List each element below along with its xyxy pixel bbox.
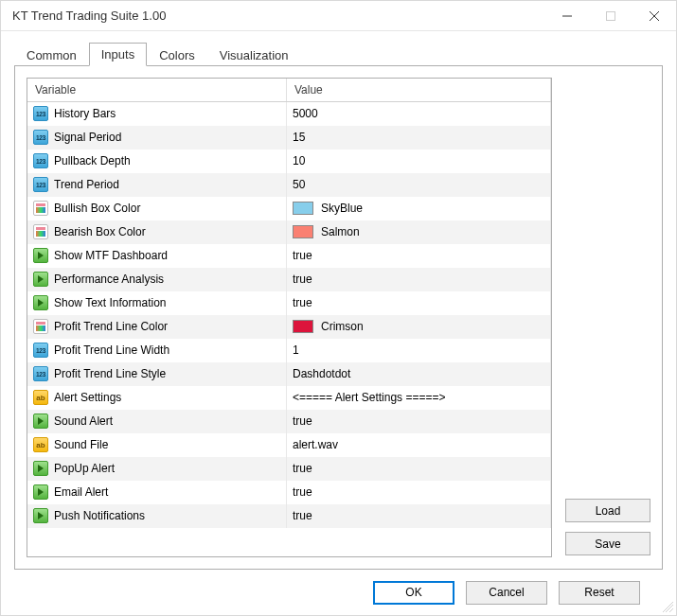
color-swatch [293, 320, 313, 333]
tab-inputs[interactable]: Inputs [89, 43, 147, 66]
input-row[interactable]: History Bars5000 [27, 102, 551, 126]
save-button[interactable]: Save [565, 532, 650, 555]
color-swatch [293, 202, 313, 215]
input-row[interactable]: Bullish Box ColorSkyBlue [27, 197, 551, 220]
value-cell[interactable]: Salmon [321, 225, 360, 238]
bool-type-icon [33, 295, 48, 310]
reset-button[interactable]: Reset [559, 581, 640, 605]
variable-name: Bearish Box Color [54, 225, 146, 238]
inputs-table: Variable Value History Bars5000Signal Pe… [27, 78, 552, 557]
value-cell[interactable]: true [293, 249, 312, 262]
side-buttons: Load Save [565, 78, 650, 557]
bool-type-icon [33, 272, 48, 287]
variable-name: PopUp Alert [54, 462, 115, 475]
value-cell[interactable]: Dashdotdot [293, 367, 350, 380]
value-cell[interactable]: true [293, 462, 312, 475]
value-cell[interactable]: 15 [293, 131, 305, 144]
input-row[interactable]: PopUp Alerttrue [27, 457, 551, 481]
svg-rect-1 [607, 11, 615, 20]
titlebar: KT Trend Trading Suite 1.00 [1, 1, 676, 31]
input-row[interactable]: Push Notificationstrue [27, 504, 551, 528]
value-cell[interactable]: 5000 [293, 107, 318, 120]
input-row[interactable]: Bearish Box ColorSalmon [27, 220, 551, 244]
value-cell[interactable]: true [293, 509, 312, 522]
tab-visualization[interactable]: Visualization [207, 44, 301, 66]
value-cell[interactable]: Crimson [321, 320, 364, 333]
number-type-icon [33, 177, 48, 192]
maximize-button [589, 1, 632, 30]
close-button[interactable] [632, 1, 676, 30]
value-cell[interactable]: 50 [293, 178, 305, 191]
color-type-icon [33, 224, 48, 239]
dialog-footer: OK Cancel Reset [14, 570, 663, 615]
bool-type-icon [33, 484, 48, 500]
input-row[interactable]: Pullback Depth10 [27, 150, 551, 173]
string-type-icon [33, 437, 48, 452]
column-header-variable[interactable]: Variable [27, 79, 286, 102]
variable-name: Alert Settings [54, 391, 121, 404]
input-row[interactable]: Sound Filealert.wav [27, 433, 551, 457]
input-row[interactable]: Show MTF Dashboardtrue [27, 244, 551, 268]
tab-common[interactable]: Common [14, 44, 89, 66]
tab-pane-inputs: Variable Value History Bars5000Signal Pe… [14, 65, 663, 570]
variable-name: Push Notifications [54, 509, 145, 522]
input-row[interactable]: Trend Period50 [27, 173, 551, 197]
bool-type-icon [33, 508, 48, 523]
number-type-icon [33, 366, 48, 381]
number-type-icon [33, 153, 48, 168]
number-type-icon [33, 343, 48, 358]
string-type-icon [33, 390, 48, 405]
ok-button[interactable]: OK [373, 581, 454, 605]
load-button[interactable]: Load [565, 499, 650, 522]
value-cell[interactable]: true [293, 273, 312, 286]
input-row[interactable]: Performance Analysistrue [27, 268, 551, 291]
variable-name: Performance Analysis [54, 273, 164, 286]
variable-name: Email Alert [54, 485, 108, 499]
variable-name: Profit Trend Line Width [54, 343, 169, 357]
input-row[interactable]: Profit Trend Line ColorCrimson [27, 315, 551, 339]
variable-name: Show Text Information [54, 296, 167, 309]
color-swatch [293, 225, 313, 238]
number-type-icon [33, 130, 48, 145]
bool-type-icon [33, 414, 48, 429]
variable-name: Bullish Box Color [54, 202, 140, 215]
variable-name: Sound Alert [54, 414, 113, 428]
value-cell[interactable]: true [293, 485, 312, 499]
variable-name: Signal Period [54, 131, 121, 144]
window-controls [545, 1, 676, 30]
variable-name: Profit Trend Line Color [54, 320, 168, 333]
variable-name: Show MTF Dashboard [54, 249, 168, 262]
color-type-icon [33, 201, 48, 216]
value-cell[interactable]: true [293, 296, 312, 309]
bool-type-icon [33, 461, 48, 476]
minimize-button[interactable] [545, 1, 589, 30]
variable-name: Pullback Depth [54, 154, 131, 167]
value-cell[interactable]: 1 [293, 343, 299, 357]
window-title: KT Trend Trading Suite 1.00 [12, 9, 545, 23]
tab-strip: CommonInputsColorsVisualization [14, 41, 663, 65]
variable-name: Profit Trend Line Style [54, 367, 166, 380]
input-row[interactable]: Sound Alerttrue [27, 410, 551, 433]
value-cell[interactable]: SkyBlue [321, 202, 363, 215]
input-row[interactable]: Profit Trend Line StyleDashdotdot [27, 362, 551, 386]
input-row[interactable]: Show Text Informationtrue [27, 291, 551, 315]
number-type-icon [33, 106, 48, 121]
column-header-value[interactable]: Value [286, 79, 550, 102]
resize-grip-icon[interactable] [662, 601, 673, 612]
variable-name: History Bars [54, 107, 116, 120]
tab-colors[interactable]: Colors [147, 44, 207, 66]
value-cell[interactable]: true [293, 414, 312, 428]
input-row[interactable]: Alert Settings<===== Alert Settings ====… [27, 386, 551, 410]
variable-name: Trend Period [54, 178, 119, 191]
input-row[interactable]: Email Alerttrue [27, 481, 551, 504]
variable-name: Sound File [54, 438, 108, 451]
input-row[interactable]: Signal Period15 [27, 126, 551, 150]
value-cell[interactable]: alert.wav [293, 438, 338, 451]
input-row[interactable]: Profit Trend Line Width1 [27, 339, 551, 362]
bool-type-icon [33, 248, 48, 263]
cancel-button[interactable]: Cancel [466, 581, 547, 605]
value-cell[interactable]: <===== Alert Settings =====> [293, 391, 445, 404]
value-cell[interactable]: 10 [293, 154, 305, 167]
color-type-icon [33, 319, 48, 334]
